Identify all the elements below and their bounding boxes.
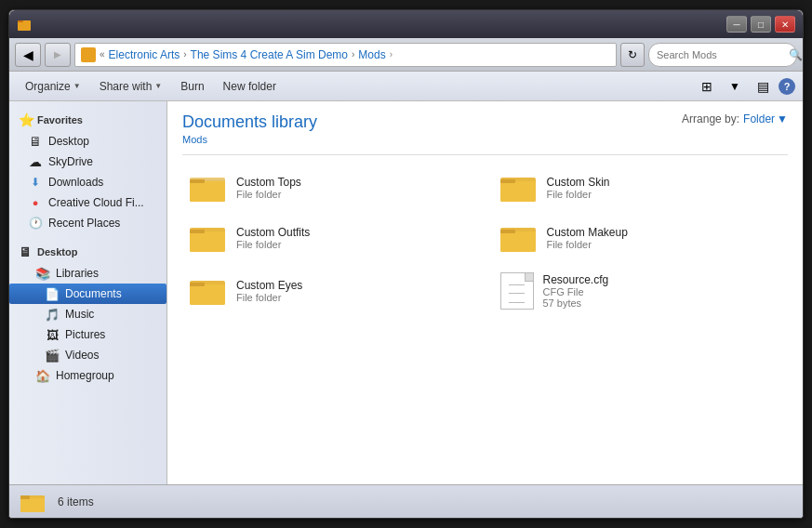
- search-input[interactable]: [657, 49, 785, 60]
- sidebar-item-skydrive[interactable]: ☁ SkyDrive: [9, 152, 166, 172]
- help-button[interactable]: ?: [779, 78, 795, 95]
- arrange-folder-button[interactable]: Folder ▼: [743, 112, 788, 125]
- toolbar-right: ⊞ ▼ ▤ ?: [695, 75, 795, 98]
- search-icon: 🔍: [789, 48, 803, 61]
- svg-rect-11: [190, 230, 205, 233]
- search-box[interactable]: 🔍: [648, 43, 797, 67]
- new-folder-button[interactable]: New folder: [215, 75, 285, 98]
- sidebar-item-skydrive-label: SkyDrive: [48, 155, 93, 168]
- creative-cloud-icon: ●: [28, 195, 43, 210]
- svg-rect-14: [500, 230, 515, 233]
- svg-rect-19: [20, 498, 45, 512]
- file-type-custom-outfits: File folder: [236, 239, 310, 250]
- desktop-icon: 🖥: [28, 134, 43, 149]
- desktop-section-icon: 🖥: [19, 244, 33, 259]
- breadcrumb-dropdown-arrow[interactable]: ›: [390, 49, 393, 59]
- sidebar-item-libraries-label: Libraries: [56, 267, 99, 280]
- organize-button[interactable]: Organize ▼: [17, 75, 89, 98]
- favorites-header[interactable]: ⭐ Favorites: [9, 109, 166, 131]
- sidebar-item-pictures-label: Pictures: [65, 328, 105, 341]
- file-size-resource-cfg: 57 bytes: [543, 297, 609, 309]
- content-area: Documents library Mods Arrange by: Folde…: [167, 101, 803, 484]
- folder-icon-custom-eyes: [190, 275, 227, 307]
- share-arrow-icon: ▼: [154, 82, 162, 90]
- file-item-custom-eyes[interactable]: Custom Eyes File folder: [182, 267, 478, 315]
- burn-button[interactable]: Burn: [172, 75, 212, 98]
- breadcrumb-folder-icon: [81, 47, 96, 62]
- toolbar: Organize ▼ Share with ▼ Burn New folder …: [9, 72, 803, 101]
- breadcrumb-sep-1: «: [100, 49, 105, 59]
- arrange-label: Arrange by:: [682, 112, 739, 125]
- svg-rect-8: [500, 179, 515, 183]
- address-bar: ◀ ▶ « Electronic Arts › The Sims 4 Creat…: [9, 38, 803, 72]
- file-item-custom-outfits[interactable]: Custom Outfits File folder: [182, 217, 478, 259]
- library-subtitle: Mods: [182, 134, 317, 145]
- file-name-custom-tops: Custom Tops: [236, 176, 301, 189]
- content-divider: [182, 154, 788, 155]
- sidebar-item-creative-cloud-label: Creative Cloud Fi...: [48, 196, 144, 209]
- breadcrumb-part-3[interactable]: Mods: [358, 48, 385, 61]
- breadcrumb[interactable]: « Electronic Arts › The Sims 4 Create A …: [74, 43, 617, 67]
- breadcrumb-part-2[interactable]: The Sims 4 Create A Sim Demo: [191, 48, 348, 61]
- file-item-custom-makeup[interactable]: Custom Makeup File folder: [493, 217, 789, 259]
- close-button[interactable]: ✕: [775, 16, 795, 33]
- minimize-button[interactable]: ─: [726, 16, 747, 33]
- sidebar: ⭐ Favorites 🖥 Desktop ☁ SkyDrive ⬇ Downl…: [9, 101, 167, 484]
- svg-rect-10: [190, 231, 225, 252]
- documents-icon: 📄: [45, 286, 60, 301]
- arrange-bar: Arrange by: Folder ▼: [682, 112, 788, 125]
- favorites-section: ⭐ Favorites 🖥 Desktop ☁ SkyDrive ⬇ Downl…: [9, 109, 166, 233]
- sidebar-item-documents[interactable]: 📄 Documents: [9, 284, 166, 304]
- sidebar-item-downloads[interactable]: ⬇ Downloads: [9, 172, 166, 192]
- share-with-button[interactable]: Share with ▼: [91, 75, 171, 98]
- sidebar-item-videos[interactable]: 🎬 Videos: [9, 345, 166, 365]
- svg-rect-16: [190, 284, 225, 305]
- file-item-resource-cfg[interactable]: ─── ─── ─── Resource.cfg CFG File 57 byt…: [493, 267, 789, 315]
- folder-icon-custom-makeup: [500, 222, 538, 254]
- pictures-icon: 🖼: [45, 327, 60, 342]
- view-arrow-button[interactable]: ▼: [723, 75, 747, 98]
- refresh-button[interactable]: ↻: [620, 43, 645, 67]
- file-info-custom-tops: Custom Tops File folder: [236, 176, 301, 200]
- forward-button[interactable]: ▶: [45, 43, 71, 67]
- svg-rect-13: [500, 231, 536, 252]
- desktop-header-label: Desktop: [37, 246, 77, 257]
- file-type-resource-cfg: CFG File: [543, 286, 609, 297]
- title-bar-left: [17, 17, 32, 32]
- sidebar-item-pictures[interactable]: 🖼 Pictures: [9, 324, 166, 345]
- share-with-label: Share with: [100, 80, 153, 93]
- organize-label: Organize: [25, 80, 71, 93]
- arrange-folder-label: Folder: [743, 112, 775, 125]
- file-name-custom-skin: Custom Skin: [547, 176, 610, 189]
- burn-label: Burn: [180, 80, 204, 93]
- sidebar-item-documents-label: Documents: [65, 287, 122, 300]
- back-button[interactable]: ◀: [15, 43, 41, 67]
- file-type-custom-eyes: File folder: [236, 292, 302, 303]
- view-options-button[interactable]: ⊞: [695, 75, 719, 98]
- sidebar-item-creative-cloud[interactable]: ● Creative Cloud Fi...: [9, 192, 166, 213]
- title-bar-buttons: ─ □ ✕: [726, 16, 795, 33]
- sidebar-item-desktop[interactable]: 🖥 Desktop: [9, 131, 166, 152]
- desktop-header[interactable]: 🖥 Desktop: [9, 241, 166, 263]
- maximize-button[interactable]: □: [751, 16, 771, 33]
- details-pane-button[interactable]: ▤: [751, 75, 775, 98]
- sidebar-item-recent-places[interactable]: 🕐 Recent Places: [9, 213, 166, 233]
- library-header: Documents library Mods Arrange by: Folde…: [182, 112, 788, 154]
- sidebar-item-homegroup[interactable]: 🏠 Homegroup: [9, 365, 166, 386]
- file-item-custom-skin[interactable]: Custom Skin File folder: [493, 166, 789, 209]
- file-name-custom-makeup: Custom Makeup: [547, 226, 628, 239]
- file-item-custom-tops[interactable]: Custom Tops File folder: [182, 166, 478, 209]
- breadcrumb-part-1[interactable]: Electronic Arts: [109, 48, 180, 61]
- sidebar-item-libraries[interactable]: 📚 Libraries: [9, 263, 166, 284]
- sidebar-item-desktop-label: Desktop: [48, 135, 89, 148]
- videos-icon: 🎬: [45, 348, 60, 363]
- svg-rect-5: [190, 179, 205, 183]
- file-info-custom-skin: Custom Skin File folder: [547, 176, 610, 200]
- recent-places-icon: 🕐: [28, 216, 43, 231]
- arrange-arrow-icon: ▼: [777, 112, 788, 125]
- file-type-custom-makeup: File folder: [547, 239, 628, 250]
- svg-rect-4: [190, 181, 225, 202]
- homegroup-icon: 🏠: [35, 368, 50, 383]
- svg-rect-1: [18, 20, 23, 22]
- sidebar-item-music[interactable]: 🎵 Music: [9, 304, 166, 324]
